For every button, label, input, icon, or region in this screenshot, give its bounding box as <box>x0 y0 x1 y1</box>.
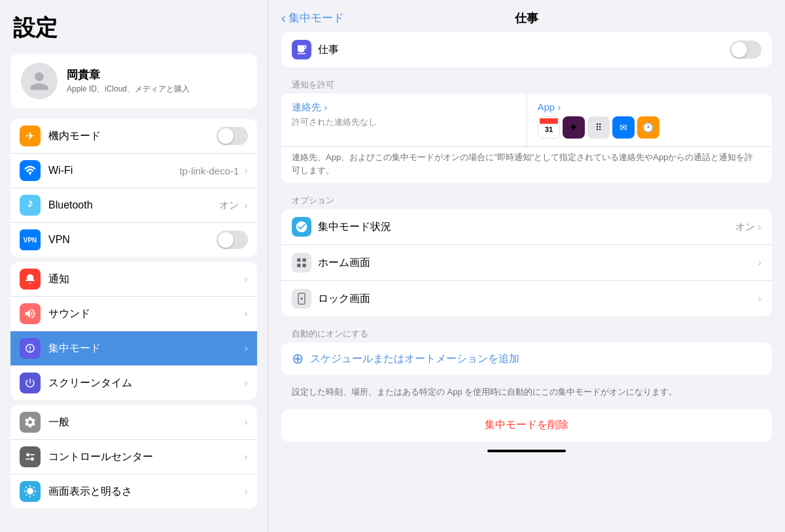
notification-label: 通知 <box>48 273 241 286</box>
mail-app-icon: ✉ <box>612 116 635 139</box>
bluetooth-label: Bluetooth <box>48 199 219 211</box>
settings-group-system: 通知 › サウンド › 集中モード › スクリーンタイム › <box>10 262 257 400</box>
person-icon <box>28 70 50 92</box>
sound-label: サウンド <box>48 307 241 321</box>
allow-notify-card: 連絡先 › 許可された連絡先なし App › <box>281 93 772 183</box>
focus-status-chevron: › <box>758 220 761 233</box>
app-label: App › <box>538 101 762 112</box>
control-center-label: コントロールセンター <box>48 450 241 464</box>
app-icons-row: 31 ✦ ⠿ <box>538 116 762 139</box>
delete-row[interactable]: 集中モードを削除 <box>281 409 772 442</box>
settings-group-connectivity: ✈ 機内モード Wi-Fi tp-link-deco-1 › Bluetooth… <box>10 119 257 257</box>
sidebar-item-display[interactable]: 画面表示と明るさ › <box>10 474 257 508</box>
notify-description: 連絡先、App、およびこの集中モードがオンの場合に"即時通知"として指定されてい… <box>281 147 772 183</box>
back-label: 集中モード <box>288 10 344 25</box>
focus-name-icon <box>292 40 311 59</box>
sidebar-item-wifi[interactable]: Wi-Fi tp-link-deco-1 › <box>10 154 257 188</box>
svg-point-0 <box>26 453 29 456</box>
sidebar-item-bluetooth[interactable]: Bluetooth オン › <box>10 188 257 223</box>
wifi-label: Wi-Fi <box>48 165 179 176</box>
settings-group-display: 一般 › コントロールセンター › 画面表示と明るさ › <box>10 405 257 508</box>
wifi-icon <box>20 160 41 181</box>
avatar <box>21 63 58 99</box>
general-chevron: › <box>244 416 248 429</box>
vpn-label: VPN <box>48 234 217 246</box>
sidebar: 設定 岡貴章 Apple ID、iCloud、メディアと購入 ✈ 機内モード W… <box>0 0 268 532</box>
options-section-label: オプション <box>281 190 772 209</box>
options-card: 集中モード状況 オン › ホーム画面 › ロック画面 › <box>281 209 772 316</box>
focus-label: 集中モード <box>48 342 241 356</box>
display-label: 画面表示と明るさ <box>48 485 241 499</box>
clock-app-icon: 🕐 <box>637 116 659 139</box>
back-button[interactable]: ‹ 集中モード <box>281 10 344 25</box>
display-chevron: › <box>244 485 248 498</box>
focus-status-row[interactable]: 集中モード状況 オン › <box>281 209 772 245</box>
screentime-icon <box>20 373 41 393</box>
auto-on-section-label: 自動的にオンにする <box>281 323 772 342</box>
vpn-toggle[interactable] <box>217 231 248 249</box>
contacts-section[interactable]: 連絡先 › 許可された連絡先なし <box>281 93 527 146</box>
control-center-chevron: › <box>244 450 248 463</box>
user-card[interactable]: 岡貴章 Apple ID、iCloud、メディアと購入 <box>10 54 257 108</box>
focus-main-toggle[interactable] <box>730 41 761 59</box>
home-screen-row[interactable]: ホーム画面 › <box>281 245 772 281</box>
grid-app-icon: ⠿ <box>587 116 610 139</box>
sidebar-item-focus[interactable]: 集中モード › <box>10 331 257 366</box>
sidebar-item-airplane-mode[interactable]: ✈ 機内モード <box>10 119 257 154</box>
lock-screen-row[interactable]: ロック画面 › <box>281 281 772 316</box>
user-subtitle: Apple ID、iCloud、メディアと購入 <box>67 84 190 95</box>
sidebar-item-control-center[interactable]: コントロールセンター › <box>10 440 257 474</box>
lock-screen-chevron: › <box>758 292 761 305</box>
contacts-label: 連絡先 › <box>292 101 516 114</box>
auto-description: 設定した時刻、場所、またはある特定の App を使用時に自動的にこの集中モードが… <box>281 382 772 405</box>
bluetooth-chevron: › <box>244 199 248 212</box>
sidebar-item-screentime[interactable]: スクリーンタイム › <box>10 366 257 400</box>
home-screen-chevron: › <box>758 256 761 269</box>
home-screen-icon <box>292 253 311 273</box>
focus-toggle-card: 仕事 <box>281 32 772 67</box>
sidebar-item-vpn[interactable]: VPN VPN <box>10 223 257 257</box>
focus-toggle-row[interactable]: 仕事 <box>281 32 772 67</box>
screentime-label: スクリーンタイム <box>48 376 241 390</box>
back-chevron-icon: ‹ <box>281 10 286 25</box>
svg-rect-10 <box>303 264 306 267</box>
svg-point-1 <box>31 457 34 461</box>
focus-icon <box>20 338 41 359</box>
content-area: 仕事 通知を許可 連絡先 › 許可された連絡先なし App › <box>268 32 785 452</box>
sidebar-item-sound[interactable]: サウンド › <box>10 297 257 331</box>
focus-status-value: オン <box>735 221 755 233</box>
scroll-indicator <box>487 450 566 452</box>
add-schedule-card: ⊕ スケジュールまたはオートメーションを追加 <box>281 342 772 375</box>
add-schedule-row[interactable]: ⊕ スケジュールまたはオートメーションを追加 <box>281 342 772 375</box>
control-center-icon <box>20 446 41 467</box>
notification-icon <box>20 269 41 290</box>
general-label: 一般 <box>48 416 241 429</box>
sound-chevron: › <box>244 307 248 320</box>
lock-screen-icon <box>292 289 311 308</box>
bluetooth-value: オン <box>219 199 239 212</box>
airplane-mode-label: 機内モード <box>48 129 217 143</box>
airplane-mode-toggle[interactable] <box>217 127 248 145</box>
main-panel: ‹ 集中モード 仕事 仕事 通知を許可 連絡先 › <box>268 0 785 532</box>
wifi-chevron: › <box>244 164 248 177</box>
airplane-mode-icon: ✈ <box>20 125 41 146</box>
calendar-icon: 31 <box>540 118 558 137</box>
sidebar-item-general[interactable]: 一般 › <box>10 405 257 440</box>
focus-name-label: 仕事 <box>318 43 730 57</box>
focus-status-label: 集中モード状況 <box>318 220 735 234</box>
sidebar-title: 設定 <box>0 0 268 54</box>
page-title: 仕事 <box>515 10 538 26</box>
calendar-app-icon: 31 <box>538 116 560 139</box>
app-section[interactable]: App › 31 <box>527 93 773 146</box>
sidebar-item-notification[interactable]: 通知 › <box>10 262 257 297</box>
wifi-value: tp-link-deco-1 <box>179 165 239 176</box>
focus-status-icon <box>292 217 311 237</box>
focus-chevron: › <box>244 342 248 355</box>
general-icon <box>20 412 41 433</box>
sound-icon <box>20 303 41 324</box>
svg-rect-9 <box>297 264 300 267</box>
lock-screen-label: ロック画面 <box>318 292 755 306</box>
delete-label: 集中モードを削除 <box>485 418 568 432</box>
svg-rect-8 <box>303 258 306 261</box>
home-screen-label: ホーム画面 <box>318 256 755 270</box>
